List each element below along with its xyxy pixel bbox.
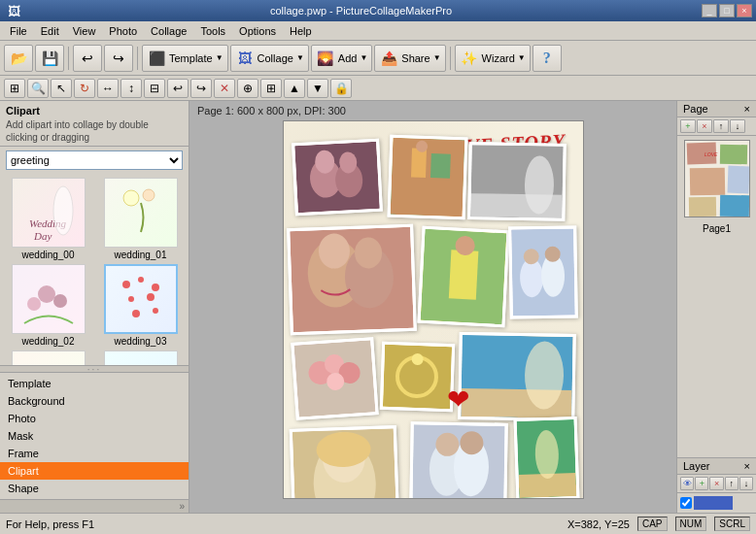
undo-button[interactable]: ↩	[73, 45, 102, 72]
main-area: Clipart Add clipart into collage by doub…	[0, 101, 756, 513]
menu-photo[interactable]: Photo	[103, 23, 143, 39]
panel-expand[interactable]: »	[0, 499, 189, 513]
layer-up-button[interactable]: ↑	[725, 477, 739, 490]
canvas-area: Page 1: 600 x 800 px, DPI: 300 LOVE STOR…	[189, 101, 676, 513]
clipart-item-wedding05[interactable]: wedding_05	[96, 350, 185, 365]
page-thumb-1[interactable]: LOVE	[684, 140, 750, 217]
clipart-item-wedding01[interactable]: wedding_01	[96, 178, 185, 260]
redo2-button[interactable]: ↪	[190, 79, 212, 98]
secondary-toolbar: ⊞ 🔍 ↖ ↻ ↔ ↕ ⊟ ↩ ↪ ✕ ⊕ ⊞ ▲ ▼ 🔒	[0, 76, 756, 101]
photo-thumb-tropical	[516, 419, 576, 498]
collage-button[interactable]: 🖼 Collage ▼	[230, 45, 309, 72]
layer-add-button[interactable]: +	[695, 477, 708, 490]
front-button[interactable]: ▲	[284, 79, 305, 98]
menu-file[interactable]: File	[4, 23, 33, 39]
clipart-thumb-wedding02	[12, 264, 86, 334]
category-dropdown[interactable]: greeting	[6, 150, 183, 170]
layer-shape[interactable]: Shape	[0, 480, 189, 497]
layer-visible-checkbox[interactable]	[680, 497, 692, 509]
share-button[interactable]: 📤 Share ▼	[374, 45, 445, 72]
wizard-button[interactable]: ✨ Wizard ▼	[455, 45, 531, 72]
photo-couple2[interactable]	[409, 421, 508, 499]
photo-beach2[interactable]	[458, 332, 576, 421]
select-button[interactable]: ↖	[51, 79, 72, 98]
save-button[interactable]: 💾	[35, 45, 64, 72]
redo-button[interactable]: ↪	[104, 45, 133, 72]
layer-color-swatch	[694, 496, 733, 510]
layer-background[interactable]: Background	[0, 392, 189, 410]
svg-point-14	[153, 308, 158, 314]
photo-couple-smile[interactable]	[287, 224, 417, 335]
page-panel-header: Page ×	[677, 101, 756, 117]
page-delete-button[interactable]: ×	[697, 119, 712, 133]
copy-button[interactable]: ⊕	[237, 79, 258, 98]
photo-thumb-shopping	[390, 138, 464, 217]
menu-edit[interactable]: Edit	[35, 23, 65, 39]
add-button[interactable]: 🌄 Add ▼	[311, 45, 373, 72]
add-icon: 🌄	[316, 49, 335, 68]
collage-canvas[interactable]: LOVE STORY	[283, 120, 584, 499]
rotate-button[interactable]: ↻	[74, 79, 95, 98]
menu-options[interactable]: Options	[233, 23, 282, 39]
help-button[interactable]: ?	[533, 45, 562, 72]
flip-h-button[interactable]: ↔	[97, 79, 119, 98]
photo-thumb-couple-smile	[290, 227, 414, 332]
clipart-item-wedding04[interactable]: wedding_04	[4, 350, 92, 365]
close-button[interactable]: ×	[737, 4, 752, 17]
svg-point-5	[27, 297, 41, 311]
minimize-button[interactable]: _	[702, 4, 717, 17]
clipart-item-wedding00[interactable]: Wedding Day wedding_00	[4, 178, 92, 260]
window-controls[interactable]: _ □ ×	[702, 4, 752, 17]
layer-eye-button[interactable]: 👁	[680, 477, 694, 490]
layer-template[interactable]: Template	[0, 375, 189, 392]
layer-frame[interactable]: Frame	[0, 445, 189, 462]
toolbar-separator3	[450, 47, 451, 70]
template-button[interactable]: ⬛ Template ▼	[142, 45, 228, 72]
menu-view[interactable]: View	[67, 23, 102, 39]
photo-bride-group[interactable]	[508, 225, 578, 318]
layer-down-button[interactable]: ↓	[739, 477, 753, 490]
svg-point-10	[152, 284, 159, 291]
layer-photo[interactable]: Photo	[0, 410, 189, 427]
photo-blonde[interactable]	[289, 425, 399, 499]
photo-couple-kiss[interactable]	[292, 139, 383, 217]
photo-shopping[interactable]	[387, 135, 467, 220]
photo-tropical[interactable]	[513, 417, 579, 499]
clipart-item-wedding03[interactable]: wedding_03	[96, 264, 185, 347]
flip-v-button[interactable]: ↕	[120, 79, 142, 98]
zoom-fit-button[interactable]: ⊞	[4, 79, 25, 98]
status-hint: For Help, press F1	[6, 518, 94, 530]
clipart-thumb-wedding01	[104, 178, 178, 248]
menu-tools[interactable]: Tools	[194, 23, 231, 39]
photo-bouquet[interactable]	[291, 337, 378, 420]
lock-button[interactable]: 🔒	[330, 79, 352, 98]
svg-text:Day: Day	[33, 230, 52, 242]
page-move-up-button[interactable]: ↑	[713, 119, 729, 133]
open-button[interactable]: 📂	[4, 45, 33, 72]
layer-mask[interactable]: Mask	[0, 427, 189, 445]
page-add-button[interactable]: +	[680, 119, 696, 133]
align-button[interactable]: ⊟	[144, 79, 165, 98]
page-move-down-button[interactable]: ↓	[730, 119, 745, 133]
open-icon: 📂	[9, 49, 28, 68]
clipart-item-wedding02[interactable]: wedding_02	[4, 264, 92, 347]
maximize-button[interactable]: □	[719, 4, 735, 17]
layer-delete-button[interactable]: ×	[709, 477, 723, 490]
back-button[interactable]: ▼	[307, 79, 328, 98]
layer-clipart[interactable]: Clipart	[0, 462, 189, 480]
undo2-button[interactable]: ↩	[167, 79, 189, 98]
delete-button[interactable]: ✕	[214, 79, 235, 98]
layer-panel-close[interactable]: ×	[744, 460, 750, 472]
page-panel-close[interactable]: ×	[744, 103, 750, 115]
wizard-label: Wizard	[482, 52, 515, 64]
zoom-in-button[interactable]: 🔍	[27, 79, 49, 98]
photo-beach-bw[interactable]	[467, 142, 566, 221]
photo-yellow-dress[interactable]	[417, 226, 509, 328]
paste-button[interactable]: ⊞	[260, 79, 282, 98]
menu-collage[interactable]: Collage	[145, 23, 192, 39]
svg-rect-39	[448, 250, 478, 299]
panel-splitter[interactable]	[0, 365, 189, 373]
photo-ring[interactable]	[379, 342, 454, 413]
main-toolbar: 📂 💾 ↩ ↪ ⬛ Template ▼ 🖼 Collage ▼ 🌄 Add ▼…	[0, 41, 756, 76]
menu-help[interactable]: Help	[284, 23, 318, 39]
